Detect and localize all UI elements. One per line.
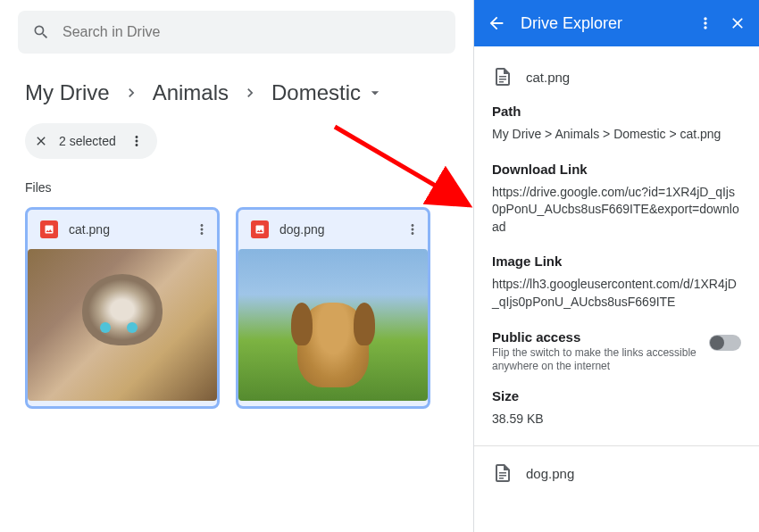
path-label: Path (492, 104, 741, 119)
breadcrumb-item-1[interactable]: Animals (153, 80, 229, 105)
size-value: 38.59 KB (492, 411, 741, 428)
side-body[interactable]: cat.png Path My Drive > Animals > Domest… (474, 46, 759, 532)
chevron-right-icon (241, 84, 259, 102)
side-panel: Drive Explorer cat.png Path My Drive > A… (473, 0, 759, 532)
selection-bar: 2 selected (25, 123, 157, 159)
chevron-right-icon (122, 84, 140, 102)
more-vert-icon[interactable] (405, 221, 421, 237)
selection-text: 2 selected (59, 134, 116, 148)
public-access-row: Public access Flip the switch to make th… (492, 329, 741, 374)
close-icon[interactable] (729, 14, 746, 32)
search-icon (32, 23, 50, 41)
divider (474, 445, 759, 446)
path-value: My Drive > Animals > Domestic > cat.png (492, 126, 741, 144)
file-thumbnail (28, 249, 217, 401)
main-panel: My Drive Animals Domestic 2 selected Fil… (0, 0, 473, 532)
panel-file-name: cat.png (526, 70, 570, 85)
breadcrumb-current[interactable]: Domestic (271, 80, 384, 105)
caret-down-icon (366, 84, 384, 102)
file-card-cat[interactable]: cat.png (25, 207, 220, 409)
file-title-row: cat.png (492, 66, 741, 87)
side-header: Drive Explorer (474, 0, 759, 46)
back-arrow-icon[interactable] (487, 13, 506, 33)
public-access-label: Public access (492, 329, 698, 345)
image-icon (40, 220, 58, 238)
download-link-label: Download Link (492, 162, 741, 177)
file-icon (492, 462, 513, 484)
file-name: cat.png (69, 222, 194, 237)
side-panel-title: Drive Explorer (521, 14, 682, 33)
public-access-toggle[interactable] (709, 335, 741, 351)
image-link-label: Image Link (492, 254, 741, 269)
breadcrumb-item-0[interactable]: My Drive (25, 80, 110, 105)
file-name: dog.png (279, 222, 405, 237)
file-grid: cat.png dog.png (25, 207, 473, 409)
file-title-row: dog.png (492, 462, 741, 484)
public-access-sub: Flip the switch to make the links access… (492, 346, 698, 374)
download-link-value[interactable]: https://drive.google.com/uc?id=1XR4jD_qI… (492, 184, 741, 237)
size-label: Size (492, 388, 741, 403)
file-card-dog[interactable]: dog.png (236, 207, 430, 409)
file-card-header: cat.png (28, 210, 217, 249)
file-card-header: dog.png (238, 210, 428, 249)
more-vert-icon[interactable] (696, 14, 714, 32)
breadcrumb-item-2: Domestic (271, 80, 361, 105)
panel-file-name: dog.png (526, 466, 574, 481)
file-icon (492, 66, 513, 87)
image-link-value[interactable]: https://lh3.googleusercontent.com/d/1XR4… (492, 276, 741, 311)
more-vert-icon[interactable] (129, 133, 145, 149)
search-input[interactable] (63, 24, 441, 40)
image-icon (251, 220, 269, 238)
breadcrumb: My Drive Animals Domestic (25, 80, 455, 105)
close-icon[interactable] (32, 132, 50, 150)
more-vert-icon[interactable] (194, 221, 210, 237)
files-heading: Files (25, 180, 473, 195)
search-bar[interactable] (18, 11, 455, 54)
file-thumbnail (238, 249, 428, 401)
